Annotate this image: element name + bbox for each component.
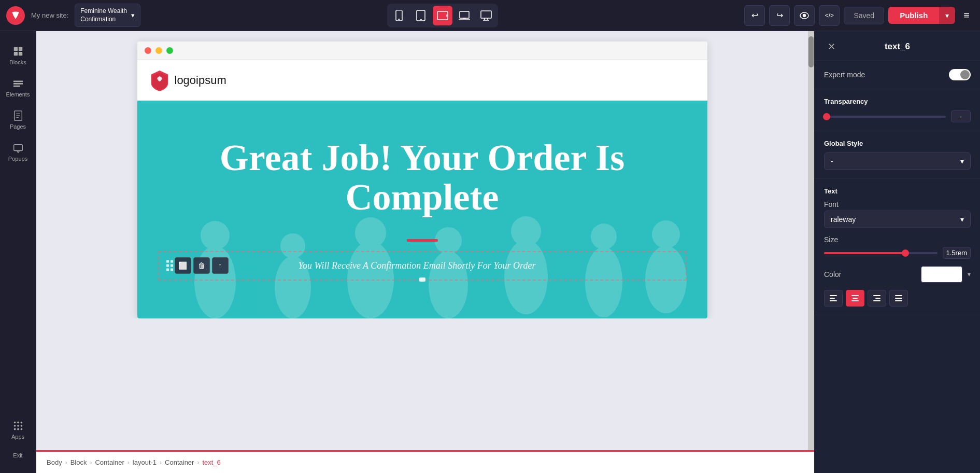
device-mobile-btn[interactable] [389,6,409,25]
svg-rect-15 [13,47,17,51]
sidebar-item-elements[interactable]: Elements [3,72,34,104]
font-select[interactable]: raleway ▾ [824,211,971,228]
svg-rect-55 [851,300,859,301]
device-tablet-landscape-btn[interactable] [433,6,452,25]
align-right-btn[interactable] [868,290,886,307]
transparency-thumb[interactable] [823,113,830,120]
hero-divider [407,239,438,242]
svg-point-31 [17,425,19,427]
breadcrumb-layout-1[interactable]: layout-1 [133,458,157,466]
svg-rect-54 [853,298,858,299]
scroll-thumb[interactable] [808,36,814,67]
size-track[interactable] [824,252,938,254]
font-value: raleway [831,215,856,224]
logo-text: logoipsum [175,74,226,87]
breadcrumb-text6[interactable]: text_6 [202,458,220,466]
svg-rect-9 [481,11,491,18]
breadcrumb-sep-4: › [160,459,162,466]
left-sidebar: Blocks Elements Pages Popups Apps Exit [0,31,36,473]
expert-mode-toggle[interactable] [949,69,971,80]
publish-dropdown-button[interactable]: ▾ [939,7,955,24]
mac-dot-yellow [155,47,162,54]
logo-area: logoipsum [150,69,226,91]
global-style-select[interactable]: - ▾ [824,152,971,170]
svg-point-33 [13,428,16,430]
site-selector[interactable]: Feminine Wealth Confirmation ▾ [75,4,140,27]
block-delete-btn[interactable]: 🗑 [193,257,210,274]
color-swatch[interactable] [921,266,962,283]
vertical-scrollbar[interactable] [808,31,814,450]
mac-dot-green [166,47,173,54]
svg-rect-56 [873,295,880,296]
color-label: Color [824,270,841,279]
sidebar-item-blocks[interactable]: Blocks [3,39,34,72]
page-header: logoipsum [137,60,707,101]
align-center-btn[interactable] [846,290,864,307]
undo-button[interactable]: ↩ [744,5,765,26]
app-logo [6,6,25,25]
sidebar-blocks-label: Blocks [9,59,26,65]
hero-section: Great Job! Your Order Is Complete [137,101,707,318]
panel-header: ✕ text_6 [815,31,980,61]
panel-close-button[interactable]: ✕ [824,39,839,54]
redo-button[interactable]: ↪ [769,5,790,26]
menu-button[interactable]: ≡ [959,7,974,23]
sidebar-item-pages[interactable]: Pages [3,104,34,136]
svg-rect-61 [895,300,902,301]
svg-rect-58 [873,300,880,301]
publish-button[interactable]: Publish [888,7,939,24]
device-laptop-btn[interactable] [455,6,474,25]
breadcrumb-bar: Body › Block › Container › layout-1 › Co… [36,450,814,473]
site-label: My new site: [31,11,68,19]
text-section-title: Text [824,187,971,195]
resize-handle[interactable] [419,277,425,282]
size-thumb[interactable] [902,249,909,257]
sidebar-item-popups[interactable]: Popups [3,136,34,168]
transparency-track[interactable] [824,116,946,118]
svg-point-29 [20,422,22,424]
preview-button[interactable] [794,5,815,26]
device-group [387,4,498,27]
expert-mode-label: Expert mode [824,71,865,79]
text-section: Text Font raleway ▾ Size 1.5rem Color [815,179,980,315]
align-left-btn[interactable] [824,290,843,307]
breadcrumb-block[interactable]: Block [70,458,87,466]
topbar: My new site: Feminine Wealth Confirmatio… [0,0,980,31]
transparency-value[interactable]: - [951,110,971,122]
block-select-btn[interactable]: ⬜ [175,257,191,274]
svg-rect-26 [13,145,22,151]
sidebar-item-exit[interactable]: Exit [3,446,34,465]
size-value[interactable]: 1.5rem [943,247,971,259]
device-tablet-portrait-btn[interactable] [411,6,431,25]
block-move-btn[interactable]: ↑ [212,257,229,274]
align-justify-btn[interactable] [889,290,908,307]
svg-point-32 [20,425,22,427]
expert-mode-section: Expert mode [815,61,980,89]
hero-subtitle: You Will Receive A Confirmation Email Sh… [190,260,644,271]
svg-rect-51 [830,298,835,299]
breadcrumb-container-2[interactable]: Container [165,458,194,466]
selected-subtitle-block[interactable]: ⬜ 🗑 ↑ You Will Receive A Confirmation Em… [158,251,687,281]
saved-button[interactable]: Saved [844,7,884,24]
breadcrumb-body[interactable]: Body [47,458,62,466]
svg-rect-2 [417,10,425,21]
hero-title: Great Job! Your Order Is Complete [148,138,697,217]
breadcrumb-container-1[interactable]: Container [95,458,124,466]
breadcrumb-sep-3: › [127,459,130,466]
size-slider-row: 1.5rem [824,247,971,259]
page-content: logoipsum [137,60,707,318]
device-desktop-btn[interactable] [476,6,496,25]
color-dropdown-arrow[interactable]: ▾ [968,271,971,278]
hero-content: Great Job! Your Order Is Complete [137,118,707,232]
subtitle-wrapper: ⬜ 🗑 ↑ You Will Receive A Confirmation Em… [137,233,707,301]
svg-point-27 [13,422,16,424]
frame-topbar [137,41,707,60]
sidebar-apps-label: Apps [11,434,24,440]
sidebar-item-apps[interactable]: Apps [3,414,34,446]
mac-dot-red [145,47,151,54]
main-layout: Blocks Elements Pages Popups Apps Exit [0,31,980,473]
right-panel: ✕ text_6 Expert mode Transparency - [814,31,980,473]
text-align-group [824,290,971,307]
block-handle[interactable] [166,260,173,271]
code-button[interactable]: </> [819,5,840,26]
